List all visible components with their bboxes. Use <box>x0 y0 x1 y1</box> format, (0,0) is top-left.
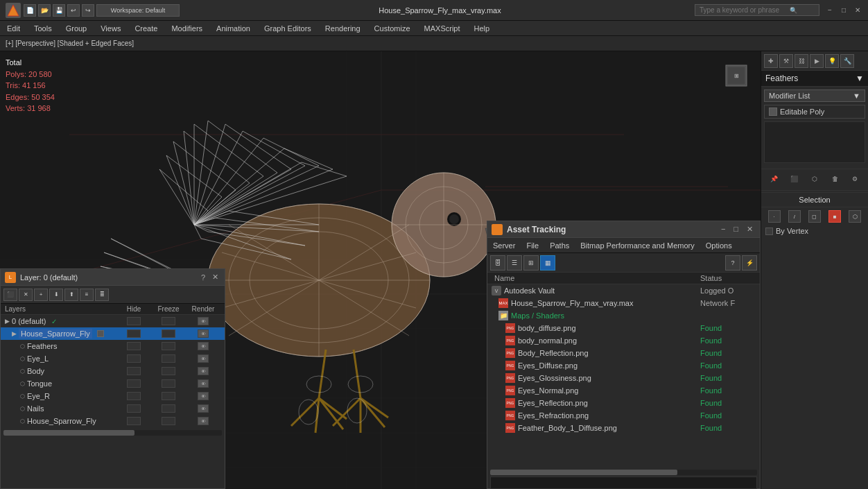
layer-row[interactable]: ⬡ Body 👁 <box>1 365 225 377</box>
asset-panel-logo <box>492 224 503 235</box>
asset-row[interactable]: PNG Feather_Body_1_Diffuse.png Found <box>487 422 760 434</box>
asset-title-left: Asset Tracking <box>492 224 566 235</box>
close-button[interactable]: ✕ <box>851 4 864 17</box>
asset-close-button[interactable]: ✕ <box>744 225 756 234</box>
menu-animation[interactable]: Animation <box>209 21 257 35</box>
layer-row[interactable]: ▶ House_Sparrow_Fly 👁 <box>1 327 225 340</box>
configure-icon[interactable]: ⚙ <box>848 172 862 186</box>
feathers-expand-icon[interactable]: ▼ <box>856 74 864 83</box>
layer-row[interactable]: ▶ 0 (default) ✓ 👁 <box>1 315 225 327</box>
asset-lightning-icon[interactable]: ⚡ <box>742 255 757 271</box>
open-file-icon[interactable]: 📂 <box>38 4 51 17</box>
display-icon[interactable]: 💡 <box>825 54 839 68</box>
layer-columns-icon[interactable]: ≣ <box>95 289 109 301</box>
menu-maxscript[interactable]: MAXScript <box>417 21 467 35</box>
menu-views[interactable]: Views <box>94 21 128 35</box>
show-all-icon[interactable]: ⬛ <box>788 172 801 186</box>
motion-icon[interactable]: ▶ <box>810 54 824 68</box>
feathers-title: Feathers ▼ <box>761 71 868 87</box>
asset-row[interactable]: PNG Body_Reflection.png Found <box>487 347 760 359</box>
asset-row[interactable]: PNG Eyes_Reflection.png Found <box>487 397 760 409</box>
element-select-icon[interactable]: ⬡ <box>849 210 861 223</box>
menu-tools[interactable]: Tools <box>27 21 59 35</box>
border-select-icon[interactable]: ◻ <box>808 210 821 223</box>
selection-mode-icons: · / ◻ ■ ⬡ <box>761 207 868 225</box>
asset-row[interactable]: 📁 Maps / Shaders <box>487 309 760 322</box>
new-file-icon[interactable]: 📄 <box>24 4 36 17</box>
workspace-selector[interactable]: Workspace: Default <box>96 4 180 17</box>
asset-help-icon[interactable]: ? <box>725 255 740 271</box>
create-icon[interactable]: ✚ <box>764 54 778 68</box>
asset-menu-options[interactable]: Options <box>700 238 738 252</box>
by-vertex-checkbox[interactable] <box>765 228 773 235</box>
asset-tool-grid-icon[interactable]: ⊞ <box>523 255 539 271</box>
remove-modifier-icon[interactable]: 🗑 <box>828 172 842 186</box>
maximize-button[interactable]: □ <box>837 4 850 17</box>
window-controls: − □ ✕ <box>819 4 868 17</box>
undo-icon[interactable]: ↩ <box>67 4 80 17</box>
viewport-indicator[interactable]: ⊞ <box>719 58 754 93</box>
asset-row[interactable]: PNG body_diffuse.png Found <box>487 322 760 334</box>
menu-rendering[interactable]: Rendering <box>318 21 367 35</box>
asset-row[interactable]: PNG Eyes_Glossiness.png Found <box>487 372 760 384</box>
asset-bottom-input[interactable] <box>490 477 757 489</box>
layer-row[interactable]: ⬡ Eye_L 👁 <box>1 352 225 365</box>
layer-move-down-icon[interactable]: ⬇ <box>49 289 63 301</box>
asset-menu-file[interactable]: File <box>521 238 544 252</box>
asset-minimize-button[interactable]: − <box>718 225 728 234</box>
menu-help[interactable]: Help <box>467 21 497 35</box>
asset-row[interactable]: PNG Eyes_Refraction.png Found <box>487 409 760 422</box>
menu-group[interactable]: Group <box>59 21 94 35</box>
save-icon[interactable]: 💾 <box>53 4 65 17</box>
editable-poly-checkbox[interactable] <box>769 108 777 116</box>
asset-tool-table-icon[interactable]: ▦ <box>540 255 555 271</box>
layer-new-icon[interactable]: ⬛ <box>3 289 17 301</box>
asset-tool-list-icon[interactable]: ☰ <box>507 255 522 271</box>
asset-horizontal-scrollbar[interactable] <box>490 470 757 475</box>
edge-select-icon[interactable]: / <box>788 210 801 223</box>
search-box[interactable]: 🔍 <box>695 4 819 16</box>
asset-row[interactable]: PNG Eyes_Normal.png Found <box>487 384 760 397</box>
menu-edit[interactable]: Edit <box>0 21 27 35</box>
search-input[interactable] <box>700 6 790 14</box>
asset-maximize-button[interactable]: □ <box>731 225 741 234</box>
layer-move-up-icon[interactable]: ⬆ <box>64 289 78 301</box>
pin-stack-icon[interactable]: 📌 <box>767 172 781 186</box>
asset-row[interactable]: PNG body_normal.png Found <box>487 334 760 347</box>
layer-add-icon[interactable]: + <box>34 289 48 301</box>
make-unique-icon[interactable]: ⬡ <box>808 172 822 186</box>
layer-panel-close[interactable]: ✕ <box>210 273 220 282</box>
asset-row[interactable]: PNG Eyes_Diffuse.png Found <box>487 359 760 372</box>
layer-list-icon[interactable]: ≡ <box>80 289 94 301</box>
hierarchy-icon[interactable]: ⛓ <box>795 54 808 68</box>
menu-modifiers[interactable]: Modifiers <box>164 21 209 35</box>
layer-row[interactable]: ⬡ House_Sparrow_Fly 👁 <box>1 415 225 427</box>
layer-row[interactable]: ⬡ Eye_R 👁 <box>1 390 225 402</box>
menu-create[interactable]: Create <box>128 21 164 35</box>
layer-delete-icon[interactable]: ✕ <box>19 289 33 301</box>
layer-row[interactable]: ⬡ Tongue 👁 <box>1 377 225 390</box>
utilities-icon[interactable]: 🔧 <box>840 54 854 68</box>
asset-tool-group-left: 🗄 ☰ ⊞ ▦ <box>490 255 555 271</box>
vertex-select-icon[interactable]: · <box>768 210 781 223</box>
row-checkbox[interactable] <box>97 330 104 337</box>
asset-row[interactable]: MAX House_Sparrow_Fly_max_vray.max Netwo… <box>487 297 760 309</box>
layer-panel-question[interactable]: ? <box>199 273 207 282</box>
asset-menu-paths[interactable]: Paths <box>544 238 575 252</box>
redo-icon[interactable]: ↪ <box>82 4 94 17</box>
asset-menu-server[interactable]: Server <box>487 238 521 252</box>
minimize-button[interactable]: − <box>824 4 836 17</box>
poly-select-icon[interactable]: ■ <box>828 210 841 223</box>
layer-panel-scrollbar[interactable] <box>3 430 222 436</box>
modifier-list-dropdown[interactable]: Modifier List ▼ <box>764 89 865 102</box>
asset-menu-bitmap[interactable]: Bitmap Performance and Memory <box>575 238 700 252</box>
layer-row[interactable]: ⬡ Nails 👁 <box>1 402 225 415</box>
menu-graph-editors[interactable]: Graph Editors <box>257 21 318 35</box>
menu-customize[interactable]: Customize <box>367 21 417 35</box>
modifier-stack-controls: 📌 ⬛ ⬡ 🗑 ⚙ <box>761 169 868 189</box>
layer-row[interactable]: ⬡ Feathers 👁 <box>1 340 225 352</box>
asset-tool-db-icon[interactable]: 🗄 <box>490 255 505 271</box>
asset-row[interactable]: V Autodesk Vault Logged O <box>487 284 760 297</box>
layer-row-name: ⬡ Eye_L <box>20 354 116 363</box>
modify-icon[interactable]: ⚒ <box>779 54 793 68</box>
